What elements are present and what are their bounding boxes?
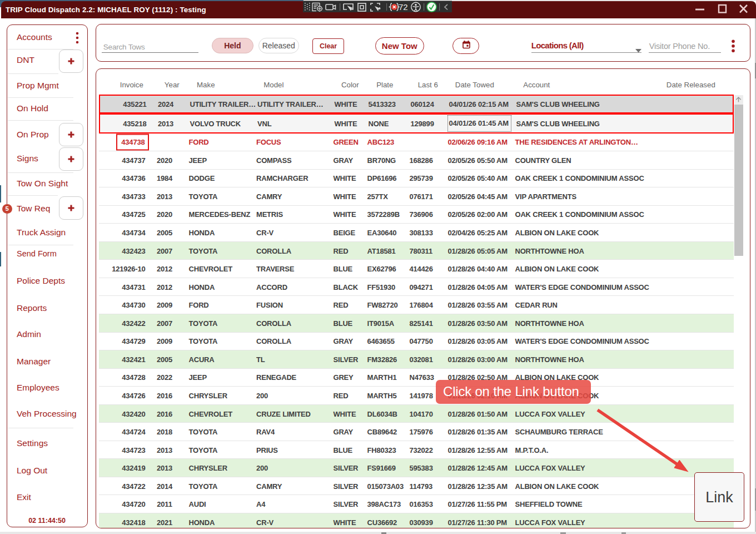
svg-text:72: 72	[399, 2, 408, 12]
